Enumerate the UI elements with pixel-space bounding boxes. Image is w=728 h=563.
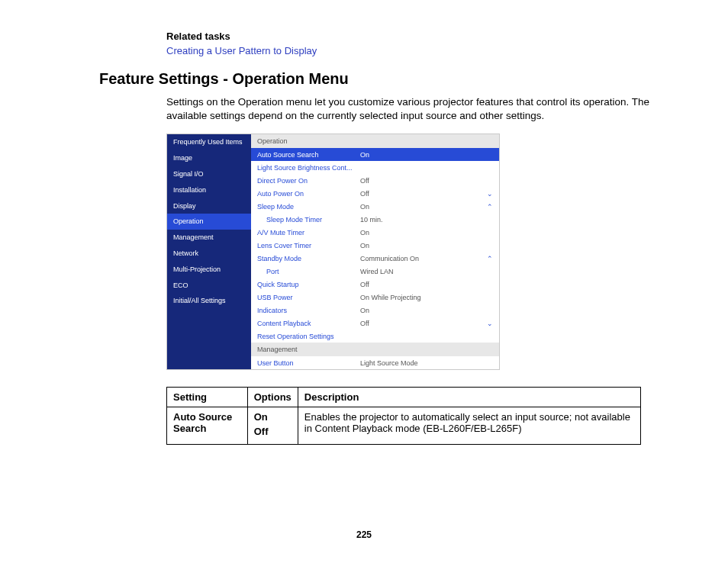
panel-row-value: On (360, 203, 493, 211)
panel-row-value: Communication On (360, 255, 493, 262)
sidebar-item[interactable]: Network (167, 246, 251, 262)
cell-options: OnOff (247, 407, 298, 445)
panel-row[interactable]: Sleep Mode Timer10 min. (251, 213, 499, 226)
panel-row[interactable]: IndicatorsOn (251, 304, 499, 317)
panel-row[interactable]: Direct Power OnOff (251, 174, 499, 187)
panel-row-label: Auto Power On (257, 190, 360, 198)
sidebar-item[interactable]: Management (167, 230, 251, 246)
settings-table: Setting Options Description Auto Source … (166, 387, 641, 445)
panel-row[interactable]: Light Source Brightness Cont... (251, 161, 499, 174)
panel-row-label: User Button (257, 359, 360, 367)
page-number: 225 (0, 529, 728, 540)
panel-row-label: Standby Mode (257, 255, 360, 262)
th-setting: Setting (167, 388, 248, 407)
sidebar-item[interactable]: Image (167, 150, 251, 166)
panel-row-value: Light Source Mode (360, 359, 493, 367)
th-options: Options (247, 388, 298, 407)
panel-row-value: On (360, 151, 493, 159)
panel-row[interactable]: USB PowerOn While Projecting (251, 291, 499, 304)
cell-setting: Auto Source Search (167, 407, 248, 445)
cell-description: Enables the projector to automatically s… (298, 407, 640, 445)
panel-row-value: On (360, 242, 493, 249)
panel-row-value: Wired LAN (360, 268, 493, 275)
sidebar-item[interactable]: Installation (167, 182, 251, 198)
panel-row-label: Direct Power On (257, 177, 360, 185)
chevron-icon: ⌃ (487, 255, 493, 262)
chevron-icon: ⌃ (487, 203, 493, 211)
sidebar-item[interactable]: Frequently Used Items (167, 134, 251, 150)
panel-row[interactable]: Quick StartupOff (251, 278, 499, 291)
panel-row[interactable]: Lens Cover TimerOn (251, 239, 499, 252)
panel-row[interactable]: Content PlaybackOff⌄ (251, 317, 499, 330)
panel-section-header: Management (251, 343, 499, 356)
panel-row-label: Lens Cover Timer (257, 242, 360, 249)
intro-text: Settings on the Operation menu let you c… (166, 95, 655, 123)
panel-row-value: Off (360, 281, 493, 288)
panel-row-label: Auto Source Search (257, 151, 360, 159)
panel-row-label: Light Source Brightness Cont... (257, 164, 360, 172)
panel-row-label: A/V Mute Timer (257, 229, 360, 236)
sidebar-item[interactable]: Display (167, 198, 251, 214)
chevron-icon: ⌄ (487, 190, 493, 198)
panel-row-label: USB Power (257, 294, 360, 301)
panel-row-value: 10 min. (360, 216, 493, 224)
menu-sidebar: Frequently Used ItemsImageSignal I/OInst… (167, 134, 251, 369)
chevron-icon: ⌄ (487, 320, 493, 327)
panel-row-label: Reset Operation Settings (257, 333, 360, 340)
panel-row-label: Content Playback (257, 320, 360, 327)
panel-row-value: On (360, 307, 493, 314)
related-tasks-heading: Related tasks (166, 31, 682, 42)
th-description: Description (298, 388, 640, 407)
panel-row[interactable]: Reset Operation Settings (251, 330, 499, 343)
panel-row[interactable]: PortWired LAN (251, 265, 499, 278)
panel-row-label: Quick Startup (257, 281, 360, 288)
sidebar-item[interactable]: ECO (167, 278, 251, 294)
projector-menu-screenshot: Frequently Used ItemsImageSignal I/OInst… (166, 134, 500, 370)
panel-row[interactable]: Sleep ModeOn⌃ (251, 200, 499, 213)
table-row: Auto Source SearchOnOffEnables the proje… (167, 407, 641, 445)
panel-section-header: Operation (251, 134, 499, 148)
related-tasks-link[interactable]: Creating a User Pattern to Display (166, 45, 682, 56)
menu-panel: OperationAuto Source SearchOnLight Sourc… (251, 134, 499, 369)
panel-row-value: Off (360, 177, 493, 185)
sidebar-item[interactable]: Multi-Projection (167, 262, 251, 278)
panel-row-label: Sleep Mode Timer (257, 216, 360, 224)
section-title: Feature Settings - Operation Menu (99, 70, 682, 88)
sidebar-item[interactable]: Signal I/O (167, 166, 251, 182)
panel-row[interactable]: User ButtonLight Source Mode (251, 356, 499, 369)
panel-row[interactable]: A/V Mute TimerOn (251, 226, 499, 239)
sidebar-item[interactable]: Initial/All Settings (167, 293, 251, 309)
panel-row[interactable]: Standby ModeCommunication On⌃ (251, 252, 499, 265)
panel-row-label: Port (257, 268, 360, 275)
panel-row[interactable]: Auto Power OnOff⌄ (251, 187, 499, 200)
panel-row-value: Off (360, 320, 493, 327)
panel-row-value: On While Projecting (360, 294, 493, 301)
sidebar-item[interactable]: Operation (167, 214, 251, 230)
panel-row-label: Sleep Mode (257, 203, 360, 211)
panel-row-value: Off (360, 190, 493, 198)
panel-row[interactable]: Auto Source SearchOn (251, 148, 499, 161)
panel-row-value: On (360, 229, 493, 236)
panel-row-label: Indicators (257, 307, 360, 314)
